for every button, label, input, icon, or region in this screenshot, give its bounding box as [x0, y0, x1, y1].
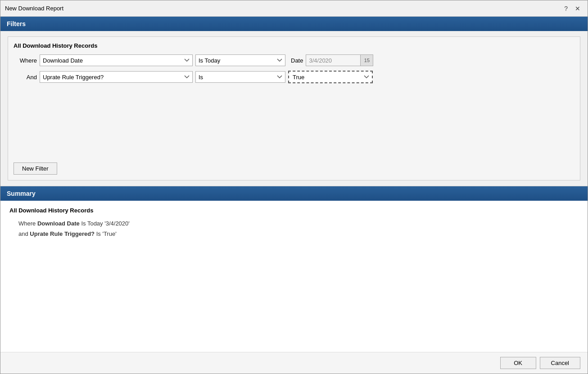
help-button[interactable]: ? [561, 5, 570, 13]
title-bar-controls: ? ✕ [561, 5, 583, 13]
true-select-wrapper: True False [288, 71, 373, 83]
cancel-button[interactable]: Cancel [540, 357, 580, 369]
dialog-title: New Download Report [5, 5, 63, 12]
title-bar: New Download Report ? ✕ [0, 0, 588, 17]
date-input[interactable] [306, 56, 360, 65]
filters-container: All Download History Records Where Downl… [8, 36, 580, 180]
field-select-where[interactable]: Download Date [40, 54, 193, 66]
where-label: Where [14, 57, 37, 64]
summary-line1-post: Is Today '3/4/2020' [80, 220, 130, 227]
filter-row-where: Where Download Date Is Today Date 15 [14, 54, 574, 66]
and-label: And [14, 74, 37, 81]
date-input-wrapper: 15 [306, 54, 373, 66]
new-filter-button[interactable]: New Filter [14, 162, 57, 175]
close-button[interactable]: ✕ [572, 5, 583, 13]
summary-line2: and Uprate Rule Triggered? Is 'True' [18, 229, 579, 239]
summary-line2-bold: Uprate Rule Triggered? [30, 230, 95, 237]
value-select-and[interactable]: True False [290, 72, 371, 82]
date-label: Date [291, 57, 303, 64]
condition-select-where[interactable]: Is Today [195, 54, 285, 66]
ok-button[interactable]: OK [500, 357, 536, 369]
dialog: New Download Report ? ✕ Filters All Down… [0, 0, 588, 374]
summary-line1-pre: Where [18, 220, 37, 227]
field-select-and[interactable]: Uprate Rule Triggered? [40, 71, 193, 83]
dialog-body: Filters All Download History Records Whe… [0, 17, 588, 352]
summary-line2-post: Is 'True' [95, 230, 117, 237]
summary-body: All Download History Records Where Downl… [0, 201, 588, 352]
summary-section-header: Summary [0, 186, 588, 201]
summary-line1: Where Download Date Is Today '3/4/2020' [18, 218, 579, 229]
summary-line1-bold: Download Date [37, 220, 80, 227]
filters-subtitle: All Download History Records [14, 42, 574, 49]
filter-row-and: And Uprate Rule Triggered? Is True False [14, 71, 574, 83]
filters-section-header: Filters [0, 17, 588, 31]
summary-line2-pre: and [18, 230, 30, 237]
filters-section: All Download History Records Where Downl… [0, 31, 588, 186]
summary-subtitle: All Download History Records [9, 207, 579, 214]
dialog-footer: OK Cancel [0, 352, 588, 374]
calendar-icon[interactable]: 15 [360, 55, 373, 66]
summary-text: Where Download Date Is Today '3/4/2020' … [9, 218, 579, 239]
summary-section: Summary All Download History Records Whe… [0, 186, 588, 352]
condition-select-and[interactable]: Is [195, 71, 285, 83]
